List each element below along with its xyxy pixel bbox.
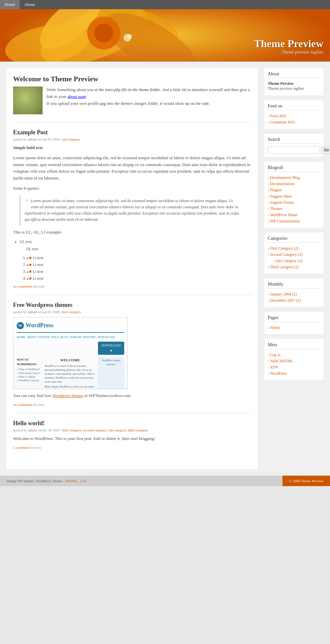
meta-wordpress[interactable]: WordPress (268, 370, 320, 377)
blogroll-plugins[interactable]: Plugins (268, 187, 320, 193)
welcome-section: Welcome to Theme Preview Write Something… (13, 75, 251, 123)
nav-home[interactable]: Home (0, 0, 20, 9)
wp-logo-row: W WordPress (17, 321, 124, 333)
footer-css-link[interactable]: CSS (80, 479, 87, 483)
bold-text: Simple bold text (13, 145, 43, 150)
post-title-example: Example Post (13, 129, 251, 136)
blogroll-themes[interactable]: Themes (268, 206, 320, 212)
cat-third[interactable]: Third category (1) (268, 264, 320, 270)
site-title: Theme Preview (254, 38, 323, 50)
sidebar-site-name: Theme Preview (268, 81, 294, 86)
meta-xfn[interactable]: XFN (268, 364, 320, 370)
sidebar-search: Search Go (264, 134, 323, 157)
profile-image (13, 86, 43, 114)
page-about[interactable]: About (268, 325, 320, 331)
footer-xhtml-link[interactable]: XHTML (65, 479, 78, 483)
monthly-dec-2007[interactable]: December 2007 (1) (268, 297, 320, 304)
feed-posts-rss[interactable]: Posts RSS (268, 113, 320, 119)
comments-hello: 1 comment for now (13, 445, 251, 449)
category-link-wp[interactable]: first category (62, 310, 81, 314)
comments-wp: no comments for now (13, 403, 251, 407)
page-footer: Design WP themes· WordPress Theme · XHTM… (0, 476, 330, 486)
author-link-wp[interactable]: admin (28, 310, 37, 314)
sidebar-meta-heading: Meta (268, 342, 320, 349)
author-link-hello[interactable]: admin (28, 428, 37, 432)
sidebar-monthly: Monthly January 2008 (2) December 2007 (… (264, 278, 323, 307)
meta-xhtml[interactable]: Valid XHTML (268, 358, 320, 364)
list-item: ■Li text (23, 269, 251, 275)
post-ul: UL text OL text (20, 239, 251, 252)
post-paragraph: Lorem ipsum dolor sit amet, consectetur … (13, 155, 251, 182)
sidebar-pages: Pages About (264, 312, 323, 334)
sidebar-tagline: Theme preview tagline (268, 86, 320, 91)
sidebar-categories-heading: Categories (268, 236, 320, 243)
wp-download-btn: DOWNLOAD ▼ (98, 342, 124, 355)
post-title-wp: Free Wordpress themes (13, 302, 251, 309)
cat-first[interactable]: First Category (2) (268, 245, 320, 252)
comments-link-wp[interactable]: no comments (13, 403, 32, 407)
main-content: Welcome to Theme Preview Write Something… (7, 68, 258, 469)
search-input[interactable] (268, 146, 320, 154)
intro-text3: . (86, 94, 87, 99)
cat-second[interactable]: Second Category (2) (268, 252, 320, 258)
intro-text1: Write Something about you at (47, 87, 99, 92)
bquote-label: Some b-quotes: (13, 185, 251, 192)
wp-content-area: NEW TO WORDPRESS? » What is WordPress? »… (17, 357, 124, 389)
post-hello-world: Hello world! posted by admin on dec 26 2… (13, 420, 251, 456)
post-meta-wp: posted by admin on jan 01 2008 | first c… (13, 310, 251, 314)
meta-login[interactable]: Log in (268, 352, 320, 358)
cat-sub[interactable]: Sub Category (2) (268, 258, 320, 264)
post-wordpress-themes: Free Wordpress themes posted by admin on… (13, 302, 251, 413)
comments-link[interactable]: no comments (13, 284, 32, 288)
footer-sep: · (77, 479, 80, 483)
post-title-hello: Hello world! (13, 420, 251, 427)
blogroll-support[interactable]: Support Forum (268, 199, 320, 206)
ul-label: This is UL, OL, LI example: (13, 229, 251, 236)
sidebar: About Theme Preview Theme preview taglin… (264, 68, 323, 469)
wp-wordmark: WordPress (26, 321, 53, 330)
sidebar-search-heading: Search (268, 137, 320, 144)
sidebar-pages-heading: Pages (268, 315, 320, 322)
sidebar-about-heading: About (268, 71, 320, 78)
footer-left: Design WP themes· WordPress Theme · XHTM… (0, 476, 282, 486)
sidebar-blogroll-heading: Blogroll (268, 165, 320, 172)
sidebar-about: About Theme Preview Theme preview taglin… (264, 68, 323, 95)
blogroll-suggest[interactable]: Suggest Ideas (268, 193, 320, 199)
wp-themes-link[interactable]: Wordpress themes (52, 393, 83, 398)
post-image-wp: W WordPress HOMEABOUTEXTENDDOCSBLOGFORUM… (13, 317, 128, 389)
categories-link-hello[interactable]: first category, second category, sub cat… (63, 428, 148, 432)
page-wrapper: Welcome to Theme Preview Write Something… (0, 62, 330, 486)
nav-about[interactable]: About (20, 0, 40, 9)
blogroll-wp-custom[interactable]: WP Customization (268, 218, 320, 224)
footer-copyright: © 2008 Theme Preview (289, 479, 323, 483)
ol-item: OL text (26, 246, 251, 252)
post-ol: OL text (26, 246, 251, 252)
feed-comments-rss[interactable]: Comments RSS (268, 119, 320, 125)
intro-paragraph-2: If you upload your own profile.jpg into … (13, 100, 251, 107)
post-meta-example: posted by admin on jan 02 2008 | sub cat… (13, 137, 251, 141)
intro-bold: the intro.php file in the theme folder (99, 87, 160, 92)
post-content-wp: W WordPress HOMEABOUTEXTENDDOCSBLOGFORUM… (13, 317, 251, 399)
post-meta-hello: posted by admin on dec 26 2007 | first c… (13, 428, 251, 432)
post-text-wp: You can easy find free Wordpress themes … (13, 392, 251, 399)
sidebar-categories: Categories First Category (2) Second Cat… (264, 233, 323, 274)
blogroll-docs[interactable]: Documentation (268, 181, 320, 187)
ul-item: UL text (20, 239, 251, 245)
about-page-link[interactable]: about page (68, 94, 86, 99)
list-item: ■Li text (23, 275, 251, 282)
comments-example: no comments for now (13, 284, 251, 288)
comments-link-hello[interactable]: 1 comment (13, 445, 29, 449)
category-link-example[interactable]: sub category (62, 137, 80, 141)
blogroll-wp-planet[interactable]: WordPress Planet (268, 212, 320, 218)
post-blockquote: Lorem ipsum dolor sit amet, consectetur … (20, 195, 245, 226)
author-link-example[interactable]: admin (28, 137, 37, 141)
blogroll-dev[interactable]: Development Blog (268, 175, 320, 181)
welcome-title: Welcome to Theme Preview (13, 75, 251, 83)
monthly-jan-2008[interactable]: January 2008 (2) (268, 291, 320, 297)
sidebar-feed-heading: Feed on (268, 104, 320, 110)
content-area: Welcome to Theme Preview Write Something… (0, 62, 330, 476)
hello-world-text: Welcome to WordPress. This is your first… (13, 435, 251, 442)
header-text: Theme Preview Theme preview tagline (254, 38, 323, 55)
search-button[interactable]: Go (321, 146, 330, 154)
sidebar-monthly-heading: Monthly (268, 282, 320, 289)
